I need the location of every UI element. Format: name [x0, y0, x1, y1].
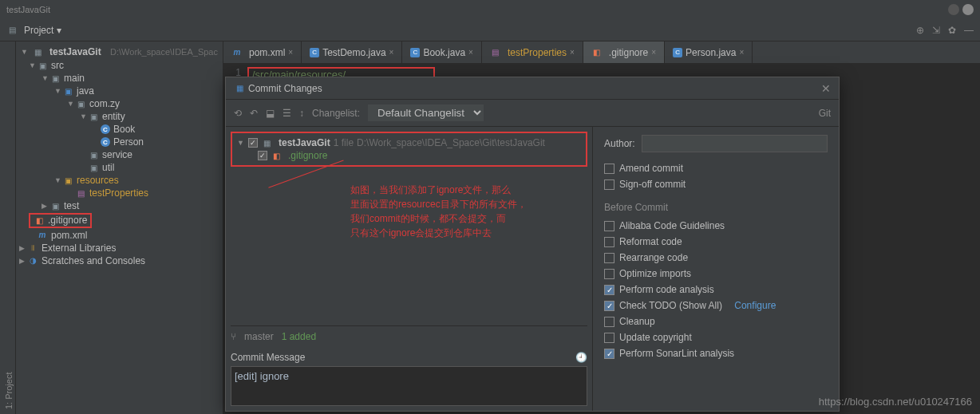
tree-resources[interactable]: ▼▣resources — [16, 174, 223, 187]
vcs-label: Git — [819, 108, 831, 119]
amend-row[interactable]: Amend commit — [604, 160, 828, 176]
tree-util[interactable]: ▣util — [16, 161, 223, 174]
commit-message-input[interactable]: [edit] ignore — [231, 366, 587, 406]
module-icon: ▦ — [32, 46, 43, 57]
source-folder-icon: ▣ — [62, 85, 73, 97]
changes-panel: ▼ ▦ testJavaGit 1 file D:\Work_space\IDE… — [226, 127, 593, 411]
left-stripe: 1: Project 2: Favorites — [0, 41, 16, 414]
tab-testprops[interactable]: ▤testProperties× — [482, 41, 583, 63]
tree-test[interactable]: ▶▣test — [16, 199, 223, 212]
tree-testprops[interactable]: ▤testProperties — [16, 187, 223, 199]
checkbox[interactable] — [248, 138, 258, 148]
change-file-gitignore[interactable]: ◧ .gitignore — [235, 149, 583, 162]
package-icon: ▣ — [88, 111, 99, 122]
configure-link[interactable]: Configure — [734, 300, 776, 311]
expand-icon[interactable]: ↕ — [299, 108, 304, 119]
watermark: https://blog.csdn.net/u010247166 — [819, 396, 972, 408]
tab-testdemo[interactable]: CTestDemo.java× — [302, 41, 402, 63]
properties-icon: ▤ — [75, 187, 86, 199]
analysis-row[interactable]: Perform code analysis — [604, 282, 828, 298]
tree-package[interactable]: ▼▣com.zy — [16, 97, 223, 110]
checkbox[interactable] — [604, 253, 614, 263]
checkbox[interactable] — [604, 164, 614, 174]
alibaba-row[interactable]: Alibaba Code Guidelines — [604, 218, 828, 234]
tree-scratches[interactable]: ▶◑Scratches and Consoles — [16, 254, 223, 267]
sonarlint-row[interactable]: Perform SonarLint analysis — [604, 345, 828, 361]
window-controls — [948, 4, 974, 15]
close-icon[interactable]: × — [288, 48, 293, 57]
tree-java[interactable]: ▼▣java — [16, 85, 223, 97]
project-tree-panel: ▼▦ testJavaGit D:\Work_space\IDEA_Spac ▼… — [16, 41, 223, 414]
close-icon[interactable]: × — [739, 48, 744, 57]
close-icon[interactable]: × — [570, 48, 575, 57]
author-input[interactable] — [642, 135, 828, 152]
settings-icon[interactable]: ✿ — [948, 25, 956, 36]
minimize-button[interactable] — [948, 4, 959, 15]
checkbox[interactable] — [258, 151, 267, 160]
dialog-close-button[interactable]: ✕ — [821, 82, 831, 95]
close-icon[interactable]: × — [468, 48, 473, 57]
todo-row[interactable]: Check TODO (Show All) Configure — [604, 298, 828, 313]
project-tool-label[interactable]: ▤ Project ▾ — [6, 25, 61, 36]
checkbox[interactable] — [604, 349, 614, 359]
checkbox[interactable] — [604, 237, 614, 247]
java-icon: C — [410, 48, 420, 57]
close-button[interactable] — [962, 4, 974, 15]
folder-icon: ▣ — [37, 60, 48, 71]
checkbox[interactable] — [604, 301, 614, 311]
library-icon: ⫴ — [27, 242, 38, 254]
tab-pom[interactable]: mpom.xml× — [223, 41, 302, 63]
changelist-select[interactable]: Default Changelist — [368, 104, 484, 121]
signoff-row[interactable]: Sign-off commit — [604, 176, 828, 192]
scratch-icon: ◑ — [27, 255, 38, 266]
close-icon[interactable]: × — [389, 48, 394, 57]
change-root[interactable]: ▼ ▦ testJavaGit 1 file D:\Work_space\IDE… — [235, 136, 583, 149]
java-icon: C — [310, 48, 319, 57]
checkbox[interactable] — [604, 269, 614, 279]
group-icon[interactable]: ☰ — [283, 108, 291, 119]
hide-icon[interactable]: — — [964, 25, 974, 36]
author-row: Author: — [604, 135, 828, 152]
rearrange-row[interactable]: Rearrange code — [604, 250, 828, 266]
close-icon[interactable]: × — [651, 48, 656, 57]
tree-external-libs[interactable]: ▶⫴External Libraries — [16, 242, 223, 254]
tree-service[interactable]: ▣service — [16, 148, 223, 161]
class-icon: C — [101, 124, 110, 134]
optimize-row[interactable]: Optimize imports — [604, 266, 828, 282]
maven-icon: m — [37, 230, 48, 241]
collapse-icon[interactable]: ⇲ — [932, 25, 940, 36]
tree-src[interactable]: ▼▣src — [16, 59, 223, 72]
tree-main[interactable]: ▼▣main — [16, 72, 223, 85]
sidetab-project[interactable]: 1: Project — [4, 46, 14, 409]
locate-icon[interactable]: ⊕ — [916, 25, 924, 36]
package-icon: ▣ — [75, 98, 86, 109]
diff-icon[interactable]: ⬓ — [266, 108, 275, 119]
dialog-titlebar[interactable]: ▦ Commit Changes ✕ — [226, 77, 839, 100]
refresh-icon[interactable]: ⟲ — [234, 108, 242, 119]
revert-icon[interactable]: ↶ — [250, 108, 258, 119]
tab-gitignore[interactable]: ◧.gitignore× — [583, 41, 665, 63]
reformat-row[interactable]: Reformat code — [604, 234, 828, 250]
project-tree[interactable]: ▼▦ testJavaGit D:\Work_space\IDEA_Spac ▼… — [16, 41, 223, 270]
checkbox[interactable] — [604, 179, 614, 190]
tree-root[interactable]: ▼▦ testJavaGit D:\Work_space\IDEA_Spac — [16, 45, 223, 59]
changes-tree[interactable]: ▼ ▦ testJavaGit 1 file D:\Work_space\IDE… — [231, 132, 587, 167]
checkbox[interactable] — [604, 317, 614, 327]
tree-person[interactable]: CPerson — [16, 136, 223, 148]
tree-book[interactable]: CBook — [16, 123, 223, 136]
tree-entity[interactable]: ▼▣entity — [16, 110, 223, 123]
checkbox[interactable] — [604, 333, 614, 343]
history-icon[interactable]: 🕘 — [575, 352, 587, 363]
cleanup-row[interactable]: Cleanup — [604, 313, 828, 329]
resources-icon: ▣ — [62, 175, 73, 186]
toolbar-actions: ⊕ ⇲ ✿ — — [916, 25, 974, 36]
checkbox[interactable] — [604, 285, 614, 295]
package-icon: ▣ — [88, 149, 99, 160]
copyright-row[interactable]: Update copyright — [604, 329, 828, 345]
tree-pom[interactable]: mpom.xml — [16, 229, 223, 242]
tab-person[interactable]: CPerson.java× — [665, 41, 753, 63]
tree-gitignore[interactable]: ◧.gitignore — [16, 212, 223, 229]
class-icon: C — [101, 137, 110, 147]
checkbox[interactable] — [604, 221, 614, 231]
tab-book[interactable]: CBook.java× — [402, 41, 482, 63]
